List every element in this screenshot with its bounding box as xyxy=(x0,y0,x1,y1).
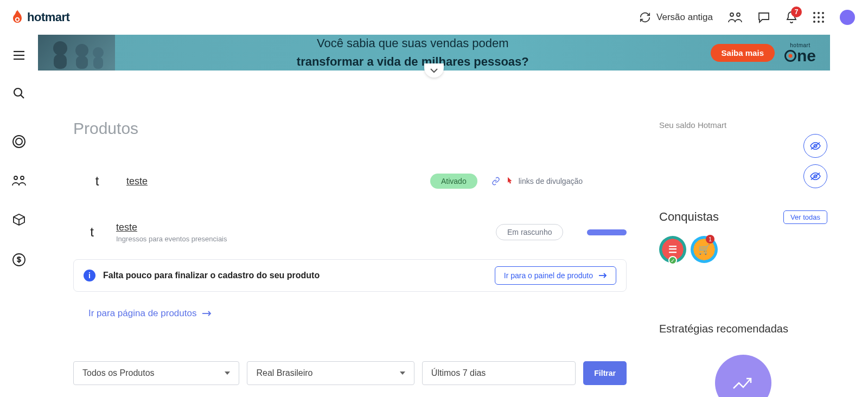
search-icon[interactable] xyxy=(12,87,25,100)
svg-point-16 xyxy=(14,88,22,96)
redacted-value xyxy=(587,229,627,235)
svg-point-5 xyxy=(818,12,820,14)
flame-icon xyxy=(11,10,24,25)
svg-point-3 xyxy=(737,13,740,16)
chevron-down-icon xyxy=(225,372,230,375)
banner-line-2: transformar a vida de milhares pessoas? xyxy=(126,53,700,71)
banner-image xyxy=(38,35,115,71)
divulgacao-links[interactable]: links de divulgação xyxy=(492,176,583,186)
product-name-link[interactable]: teste xyxy=(116,222,137,233)
banner-one-logo: hotmart ne xyxy=(784,42,816,63)
toggle-visibility-button[interactable] xyxy=(803,164,827,188)
banner-line-1: Você sabia que suas vendas podem xyxy=(126,34,700,53)
achievement-badge[interactable]: ☰ ✓ xyxy=(659,236,686,263)
svg-point-19 xyxy=(16,138,22,145)
user-avatar[interactable] xyxy=(840,10,855,25)
svg-point-6 xyxy=(822,12,824,14)
eye-off-icon xyxy=(809,141,821,151)
svg-rect-29 xyxy=(93,57,103,69)
go-to-product-panel-button[interactable]: Ir para o painel de produto xyxy=(495,266,616,285)
arrow-right-icon xyxy=(202,310,212,317)
box-icon[interactable] xyxy=(12,213,26,227)
status-badge-active: Ativado xyxy=(430,174,477,189)
svg-point-9 xyxy=(822,16,824,18)
product-thumb: t xyxy=(84,219,100,245)
svg-point-7 xyxy=(813,16,815,18)
info-icon: i xyxy=(84,270,95,281)
svg-point-11 xyxy=(818,21,820,23)
brand-text: hotmart xyxy=(27,10,69,24)
divulgacao-label: links de divulgação xyxy=(519,177,583,185)
product-thumb: t xyxy=(84,168,110,194)
achievements-title: Conquistas xyxy=(659,210,719,224)
people-icon[interactable] xyxy=(11,175,27,187)
eye-off-icon xyxy=(809,171,821,181)
banner-cta-button[interactable]: Saiba mais xyxy=(711,44,775,62)
svg-point-18 xyxy=(13,136,25,148)
cursor-icon xyxy=(505,176,514,186)
view-all-achievements-button[interactable]: Ver todas xyxy=(783,210,827,224)
check-icon: ✓ xyxy=(668,256,677,265)
menu-icon[interactable] xyxy=(12,50,25,61)
filters-row: Todos os Produtos Real Brasileiro Último… xyxy=(73,361,627,385)
old-version-label: Versão antiga xyxy=(656,12,713,23)
svg-rect-27 xyxy=(76,56,88,69)
filter-range-select[interactable]: Últimos 7 dias xyxy=(422,361,576,385)
filter-button[interactable]: Filtrar xyxy=(583,361,627,385)
sidebar xyxy=(0,35,38,397)
svg-point-28 xyxy=(93,47,104,58)
badge-count: 1 xyxy=(706,235,714,244)
chat-icon[interactable] xyxy=(757,11,770,23)
strategy-bubble[interactable] xyxy=(715,355,771,397)
notification-badge: 7 xyxy=(791,7,802,17)
brand-logo[interactable]: hotmart xyxy=(11,10,69,25)
go-to-products-page-link[interactable]: Ir para página de produtos xyxy=(88,308,212,319)
svg-point-21 xyxy=(21,176,24,180)
status-badge-draft: Em rascunho xyxy=(496,224,563,240)
svg-point-24 xyxy=(53,41,67,55)
chevron-down-icon xyxy=(400,372,405,375)
product-row: t teste Ingressos para eventos presencia… xyxy=(73,213,627,257)
refresh-icon xyxy=(639,11,651,23)
svg-point-1 xyxy=(16,18,18,21)
notifications-icon[interactable]: 7 xyxy=(786,11,797,24)
product-name-link[interactable]: teste xyxy=(126,176,148,187)
svg-point-20 xyxy=(14,176,17,180)
finish-registration-callout: i Falta pouco para finalizar o cadastro … xyxy=(73,259,627,292)
svg-point-4 xyxy=(813,12,815,14)
product-row: t teste Ativado links de divulgação xyxy=(73,162,627,213)
page-title: Produtos xyxy=(73,119,627,138)
filter-product-select[interactable]: Todos os Produtos xyxy=(73,361,239,385)
apps-grid-icon[interactable] xyxy=(813,11,825,23)
toggle-visibility-button[interactable] xyxy=(803,134,827,158)
svg-rect-25 xyxy=(54,54,67,69)
arrow-right-icon xyxy=(598,272,607,279)
svg-line-17 xyxy=(21,95,24,98)
achievement-badge[interactable]: 🛒 1 xyxy=(691,236,718,263)
svg-point-12 xyxy=(822,21,824,23)
balance-label: Seu saldo Hotmart xyxy=(659,120,827,130)
target-icon[interactable] xyxy=(12,135,26,149)
svg-point-26 xyxy=(75,44,88,57)
old-version-link[interactable]: Versão antiga xyxy=(639,11,713,23)
callout-text: Falta pouco para finalizar o cadastro do… xyxy=(103,271,487,280)
money-icon[interactable] xyxy=(12,253,26,267)
badge-cart-icon: 🛒 xyxy=(698,244,710,255)
link-icon xyxy=(492,177,500,185)
chart-up-icon xyxy=(731,373,755,393)
svg-point-10 xyxy=(813,21,815,23)
svg-point-8 xyxy=(818,16,820,18)
community-icon[interactable] xyxy=(728,11,742,23)
banner-text: Você sabia que suas vendas podem transfo… xyxy=(115,34,711,71)
product-subtitle: Ingressos para eventos presenciais xyxy=(116,235,257,243)
strategies-title: Estratégias recomendadas xyxy=(659,323,827,335)
badge-id-icon: ☰ xyxy=(668,244,677,255)
svg-point-2 xyxy=(730,13,733,16)
promo-banner: Você sabia que suas vendas podem transfo… xyxy=(38,35,830,71)
filter-currency-select[interactable]: Real Brasileiro xyxy=(247,361,414,385)
